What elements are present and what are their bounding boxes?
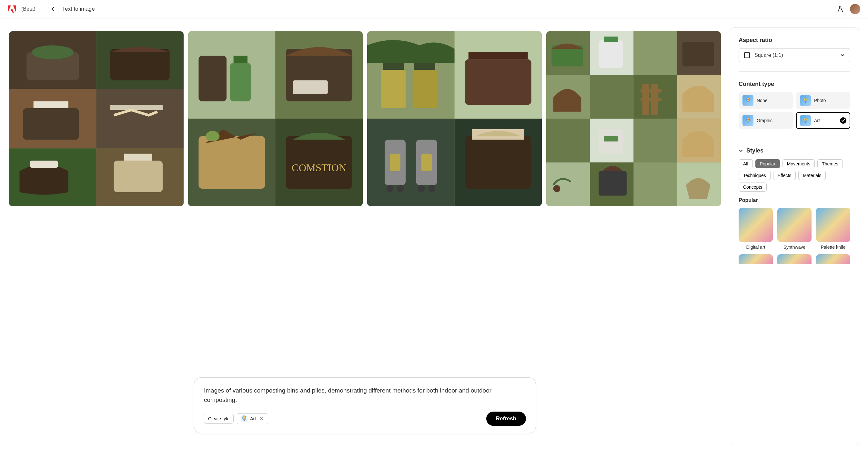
style-palette-knife[interactable]: Palette knife <box>816 208 850 250</box>
refresh-button[interactable]: Refresh <box>486 412 526 426</box>
svg-rect-15 <box>124 154 152 161</box>
style-chip-art[interactable]: Art ✕ <box>237 413 268 424</box>
aspect-ratio-section: Aspect ratio Square (1:1) <box>739 37 850 62</box>
svg-point-87 <box>805 98 806 101</box>
style-thumbnail <box>816 254 850 264</box>
svg-rect-35 <box>381 70 406 108</box>
canvas-area: COMSTION <box>0 19 730 446</box>
content-type-photo[interactable]: Photo <box>796 92 850 109</box>
content-type-none[interactable]: None <box>739 92 793 109</box>
page-title: Text to image <box>62 6 95 12</box>
content-type-graphic[interactable]: Graphic <box>739 112 793 129</box>
generated-image-2[interactable]: COMSTION <box>188 31 363 206</box>
style-chip-label: Art <box>250 416 256 421</box>
styles-title: Styles <box>746 147 764 154</box>
svg-rect-39 <box>465 59 531 105</box>
svg-point-42 <box>386 185 394 192</box>
style-filter-movements[interactable]: Movements <box>782 159 815 168</box>
style-item-partial[interactable] <box>816 254 850 264</box>
content-type-label: Photo <box>814 98 846 103</box>
svg-point-81 <box>243 416 246 419</box>
svg-rect-74 <box>641 89 661 93</box>
style-filter-effects[interactable]: Effects <box>773 171 796 180</box>
divider <box>42 4 42 13</box>
svg-rect-22 <box>230 63 251 101</box>
style-item-partial[interactable] <box>777 254 811 264</box>
content-type-title: Content type <box>739 81 850 88</box>
aspect-ratio-select[interactable]: Square (1:1) <box>739 48 850 62</box>
back-button[interactable] <box>49 4 57 14</box>
close-icon[interactable]: ✕ <box>260 416 264 422</box>
main-content: COMSTION <box>0 19 868 446</box>
svg-point-27 <box>206 131 219 141</box>
divider <box>739 72 850 72</box>
styles-section-label: Popular <box>739 197 850 203</box>
svg-rect-71 <box>682 42 714 66</box>
style-synthwave[interactable]: Synthwave <box>777 208 811 250</box>
svg-rect-76 <box>598 129 623 154</box>
prompt-text[interactable]: Images of various composting bins and pi… <box>204 386 526 404</box>
app-header: (Beta) Text to image <box>0 0 868 19</box>
prompt-bar: Images of various composting bins and pi… <box>194 377 536 433</box>
svg-text:COMSTION: COMSTION <box>292 162 346 173</box>
svg-point-47 <box>428 185 435 192</box>
svg-rect-70 <box>604 36 618 42</box>
svg-rect-49 <box>465 136 531 189</box>
svg-rect-54 <box>634 31 677 75</box>
styles-toggle[interactable]: Styles <box>739 147 850 154</box>
svg-point-46 <box>418 185 425 192</box>
style-grid-row2 <box>739 254 850 264</box>
svg-point-78 <box>553 185 560 192</box>
chevron-down-icon <box>840 53 845 57</box>
generated-image-1[interactable] <box>9 31 184 206</box>
check-icon <box>840 117 846 124</box>
style-filter-materials[interactable]: Materials <box>798 171 826 180</box>
clear-style-button[interactable]: Clear style <box>204 414 234 424</box>
style-filter-concepts[interactable]: Concepts <box>739 182 767 192</box>
square-icon <box>744 52 750 58</box>
svg-rect-79 <box>598 171 627 196</box>
style-item-partial[interactable] <box>739 254 773 264</box>
style-thumbnail <box>739 208 773 242</box>
style-label: Palette knife <box>820 245 845 250</box>
styles-section: Styles AllPopularMovementsThemesTechniqu… <box>739 147 850 264</box>
svg-rect-23 <box>234 56 247 63</box>
svg-rect-60 <box>546 119 590 163</box>
svg-rect-21 <box>198 56 226 102</box>
balloon-icon <box>742 115 753 126</box>
header-right <box>837 4 860 14</box>
svg-point-8 <box>32 45 73 59</box>
generated-image-4[interactable] <box>546 31 721 206</box>
svg-rect-10 <box>23 108 79 140</box>
svg-rect-48 <box>422 154 432 171</box>
svg-rect-57 <box>590 75 633 118</box>
svg-rect-62 <box>634 119 677 163</box>
svg-point-93 <box>805 118 806 120</box>
style-filter-popular[interactable]: Popular <box>755 159 780 168</box>
balloon-icon <box>800 115 811 126</box>
svg-rect-37 <box>413 70 437 108</box>
style-filter-themes[interactable]: Themes <box>817 159 843 168</box>
style-filter-all[interactable]: All <box>739 159 753 168</box>
svg-rect-66 <box>634 163 677 206</box>
user-avatar[interactable] <box>850 4 860 14</box>
style-digital-art[interactable]: Digital art <box>739 208 773 250</box>
style-label: Synthwave <box>783 245 805 250</box>
svg-rect-12 <box>111 105 163 110</box>
settings-sidebar: Aspect ratio Square (1:1) Content type N… <box>730 27 859 446</box>
svg-rect-14 <box>114 161 163 192</box>
svg-rect-4 <box>96 89 184 149</box>
style-label: Digital art <box>746 245 765 250</box>
generated-image-3[interactable] <box>367 31 542 206</box>
content-type-grid: NonePhotoGraphicArt <box>739 92 850 129</box>
svg-rect-9 <box>111 49 170 80</box>
style-thumbnail <box>777 254 811 264</box>
content-type-art[interactable]: Art <box>796 112 850 129</box>
style-grid: Digital artSynthwavePalette knife <box>739 208 850 250</box>
style-filter-techniques[interactable]: Techniques <box>739 171 771 180</box>
beaker-icon[interactable] <box>837 5 843 12</box>
content-type-label: None <box>757 98 789 103</box>
refresh-label: Refresh <box>496 416 516 422</box>
svg-rect-75 <box>641 98 661 102</box>
content-type-section: Content type NonePhotoGraphicArt <box>739 81 850 129</box>
